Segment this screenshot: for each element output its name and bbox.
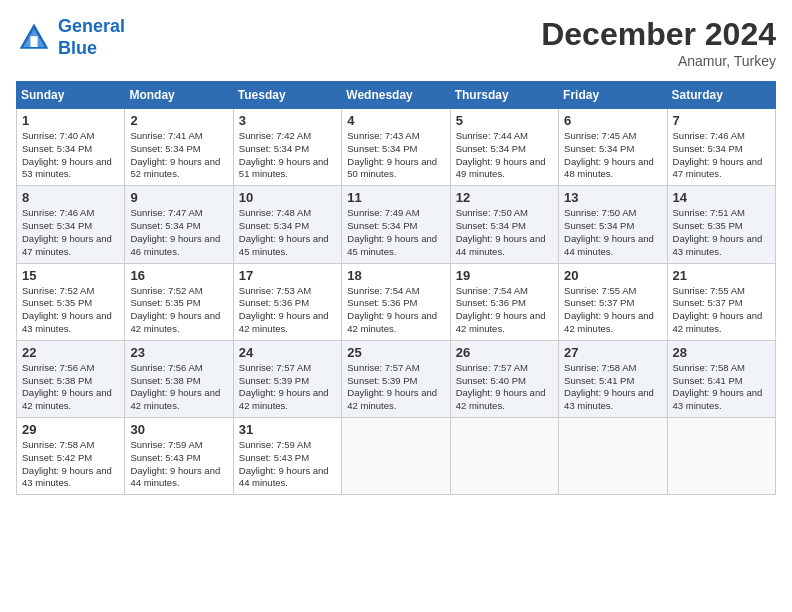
calendar-cell: 31Sunrise: 7:59 AMSunset: 5:43 PMDayligh… bbox=[233, 418, 341, 495]
day-number: 28 bbox=[673, 345, 770, 360]
day-number: 18 bbox=[347, 268, 444, 283]
day-number: 16 bbox=[130, 268, 227, 283]
calendar-header-row: SundayMondayTuesdayWednesdayThursdayFrid… bbox=[17, 82, 776, 109]
calendar-cell: 15Sunrise: 7:52 AMSunset: 5:35 PMDayligh… bbox=[17, 263, 125, 340]
day-number: 3 bbox=[239, 113, 336, 128]
calendar-cell: 24Sunrise: 7:57 AMSunset: 5:39 PMDayligh… bbox=[233, 340, 341, 417]
weekday-header-saturday: Saturday bbox=[667, 82, 775, 109]
day-number: 6 bbox=[564, 113, 661, 128]
calendar-cell: 13Sunrise: 7:50 AMSunset: 5:34 PMDayligh… bbox=[559, 186, 667, 263]
weekday-header-thursday: Thursday bbox=[450, 82, 558, 109]
calendar-cell: 29Sunrise: 7:58 AMSunset: 5:42 PMDayligh… bbox=[17, 418, 125, 495]
calendar-cell: 25Sunrise: 7:57 AMSunset: 5:39 PMDayligh… bbox=[342, 340, 450, 417]
calendar-cell: 2Sunrise: 7:41 AMSunset: 5:34 PMDaylight… bbox=[125, 109, 233, 186]
day-info: Sunrise: 7:59 AMSunset: 5:43 PMDaylight:… bbox=[130, 439, 227, 490]
day-number: 7 bbox=[673, 113, 770, 128]
location: Anamur, Turkey bbox=[541, 53, 776, 69]
calendar-table: SundayMondayTuesdayWednesdayThursdayFrid… bbox=[16, 81, 776, 495]
calendar-cell: 30Sunrise: 7:59 AMSunset: 5:43 PMDayligh… bbox=[125, 418, 233, 495]
calendar-week-row: 29Sunrise: 7:58 AMSunset: 5:42 PMDayligh… bbox=[17, 418, 776, 495]
page-header: General Blue December 2024 Anamur, Turke… bbox=[16, 16, 776, 69]
calendar-cell: 11Sunrise: 7:49 AMSunset: 5:34 PMDayligh… bbox=[342, 186, 450, 263]
day-info: Sunrise: 7:45 AMSunset: 5:34 PMDaylight:… bbox=[564, 130, 661, 181]
day-number: 8 bbox=[22, 190, 119, 205]
day-number: 20 bbox=[564, 268, 661, 283]
day-info: Sunrise: 7:52 AMSunset: 5:35 PMDaylight:… bbox=[22, 285, 119, 336]
day-number: 23 bbox=[130, 345, 227, 360]
day-info: Sunrise: 7:44 AMSunset: 5:34 PMDaylight:… bbox=[456, 130, 553, 181]
weekday-header-monday: Monday bbox=[125, 82, 233, 109]
day-number: 31 bbox=[239, 422, 336, 437]
day-info: Sunrise: 7:41 AMSunset: 5:34 PMDaylight:… bbox=[130, 130, 227, 181]
calendar-cell: 8Sunrise: 7:46 AMSunset: 5:34 PMDaylight… bbox=[17, 186, 125, 263]
day-info: Sunrise: 7:56 AMSunset: 5:38 PMDaylight:… bbox=[130, 362, 227, 413]
day-info: Sunrise: 7:46 AMSunset: 5:34 PMDaylight:… bbox=[673, 130, 770, 181]
day-info: Sunrise: 7:40 AMSunset: 5:34 PMDaylight:… bbox=[22, 130, 119, 181]
title-block: December 2024 Anamur, Turkey bbox=[541, 16, 776, 69]
day-info: Sunrise: 7:50 AMSunset: 5:34 PMDaylight:… bbox=[564, 207, 661, 258]
calendar-cell: 27Sunrise: 7:58 AMSunset: 5:41 PMDayligh… bbox=[559, 340, 667, 417]
day-number: 4 bbox=[347, 113, 444, 128]
day-info: Sunrise: 7:55 AMSunset: 5:37 PMDaylight:… bbox=[673, 285, 770, 336]
calendar-cell bbox=[667, 418, 775, 495]
day-number: 10 bbox=[239, 190, 336, 205]
calendar-cell bbox=[559, 418, 667, 495]
calendar-cell: 21Sunrise: 7:55 AMSunset: 5:37 PMDayligh… bbox=[667, 263, 775, 340]
calendar-cell: 5Sunrise: 7:44 AMSunset: 5:34 PMDaylight… bbox=[450, 109, 558, 186]
calendar-cell: 16Sunrise: 7:52 AMSunset: 5:35 PMDayligh… bbox=[125, 263, 233, 340]
day-info: Sunrise: 7:58 AMSunset: 5:41 PMDaylight:… bbox=[564, 362, 661, 413]
day-info: Sunrise: 7:57 AMSunset: 5:39 PMDaylight:… bbox=[239, 362, 336, 413]
day-info: Sunrise: 7:46 AMSunset: 5:34 PMDaylight:… bbox=[22, 207, 119, 258]
calendar-cell: 1Sunrise: 7:40 AMSunset: 5:34 PMDaylight… bbox=[17, 109, 125, 186]
day-info: Sunrise: 7:58 AMSunset: 5:42 PMDaylight:… bbox=[22, 439, 119, 490]
day-info: Sunrise: 7:54 AMSunset: 5:36 PMDaylight:… bbox=[347, 285, 444, 336]
day-info: Sunrise: 7:48 AMSunset: 5:34 PMDaylight:… bbox=[239, 207, 336, 258]
day-number: 25 bbox=[347, 345, 444, 360]
day-info: Sunrise: 7:49 AMSunset: 5:34 PMDaylight:… bbox=[347, 207, 444, 258]
day-number: 2 bbox=[130, 113, 227, 128]
calendar-week-row: 15Sunrise: 7:52 AMSunset: 5:35 PMDayligh… bbox=[17, 263, 776, 340]
calendar-week-row: 8Sunrise: 7:46 AMSunset: 5:34 PMDaylight… bbox=[17, 186, 776, 263]
day-number: 5 bbox=[456, 113, 553, 128]
logo-text: General Blue bbox=[58, 16, 125, 59]
day-info: Sunrise: 7:54 AMSunset: 5:36 PMDaylight:… bbox=[456, 285, 553, 336]
day-number: 14 bbox=[673, 190, 770, 205]
day-number: 9 bbox=[130, 190, 227, 205]
day-info: Sunrise: 7:58 AMSunset: 5:41 PMDaylight:… bbox=[673, 362, 770, 413]
calendar-cell: 6Sunrise: 7:45 AMSunset: 5:34 PMDaylight… bbox=[559, 109, 667, 186]
day-info: Sunrise: 7:50 AMSunset: 5:34 PMDaylight:… bbox=[456, 207, 553, 258]
day-number: 13 bbox=[564, 190, 661, 205]
calendar-cell: 9Sunrise: 7:47 AMSunset: 5:34 PMDaylight… bbox=[125, 186, 233, 263]
weekday-header-friday: Friday bbox=[559, 82, 667, 109]
day-info: Sunrise: 7:53 AMSunset: 5:36 PMDaylight:… bbox=[239, 285, 336, 336]
day-number: 26 bbox=[456, 345, 553, 360]
calendar-cell: 7Sunrise: 7:46 AMSunset: 5:34 PMDaylight… bbox=[667, 109, 775, 186]
calendar-cell: 10Sunrise: 7:48 AMSunset: 5:34 PMDayligh… bbox=[233, 186, 341, 263]
calendar-cell: 26Sunrise: 7:57 AMSunset: 5:40 PMDayligh… bbox=[450, 340, 558, 417]
day-number: 22 bbox=[22, 345, 119, 360]
day-info: Sunrise: 7:52 AMSunset: 5:35 PMDaylight:… bbox=[130, 285, 227, 336]
calendar-cell: 19Sunrise: 7:54 AMSunset: 5:36 PMDayligh… bbox=[450, 263, 558, 340]
day-info: Sunrise: 7:59 AMSunset: 5:43 PMDaylight:… bbox=[239, 439, 336, 490]
calendar-cell bbox=[450, 418, 558, 495]
calendar-cell: 14Sunrise: 7:51 AMSunset: 5:35 PMDayligh… bbox=[667, 186, 775, 263]
day-number: 30 bbox=[130, 422, 227, 437]
calendar-cell: 17Sunrise: 7:53 AMSunset: 5:36 PMDayligh… bbox=[233, 263, 341, 340]
day-info: Sunrise: 7:56 AMSunset: 5:38 PMDaylight:… bbox=[22, 362, 119, 413]
day-number: 1 bbox=[22, 113, 119, 128]
day-info: Sunrise: 7:57 AMSunset: 5:39 PMDaylight:… bbox=[347, 362, 444, 413]
calendar-cell: 3Sunrise: 7:42 AMSunset: 5:34 PMDaylight… bbox=[233, 109, 341, 186]
calendar-week-row: 1Sunrise: 7:40 AMSunset: 5:34 PMDaylight… bbox=[17, 109, 776, 186]
calendar-cell: 4Sunrise: 7:43 AMSunset: 5:34 PMDaylight… bbox=[342, 109, 450, 186]
calendar-cell: 12Sunrise: 7:50 AMSunset: 5:34 PMDayligh… bbox=[450, 186, 558, 263]
calendar-cell: 28Sunrise: 7:58 AMSunset: 5:41 PMDayligh… bbox=[667, 340, 775, 417]
day-number: 21 bbox=[673, 268, 770, 283]
weekday-header-wednesday: Wednesday bbox=[342, 82, 450, 109]
day-number: 12 bbox=[456, 190, 553, 205]
calendar-cell: 22Sunrise: 7:56 AMSunset: 5:38 PMDayligh… bbox=[17, 340, 125, 417]
day-number: 11 bbox=[347, 190, 444, 205]
day-info: Sunrise: 7:57 AMSunset: 5:40 PMDaylight:… bbox=[456, 362, 553, 413]
calendar-cell: 23Sunrise: 7:56 AMSunset: 5:38 PMDayligh… bbox=[125, 340, 233, 417]
day-number: 27 bbox=[564, 345, 661, 360]
day-info: Sunrise: 7:42 AMSunset: 5:34 PMDaylight:… bbox=[239, 130, 336, 181]
